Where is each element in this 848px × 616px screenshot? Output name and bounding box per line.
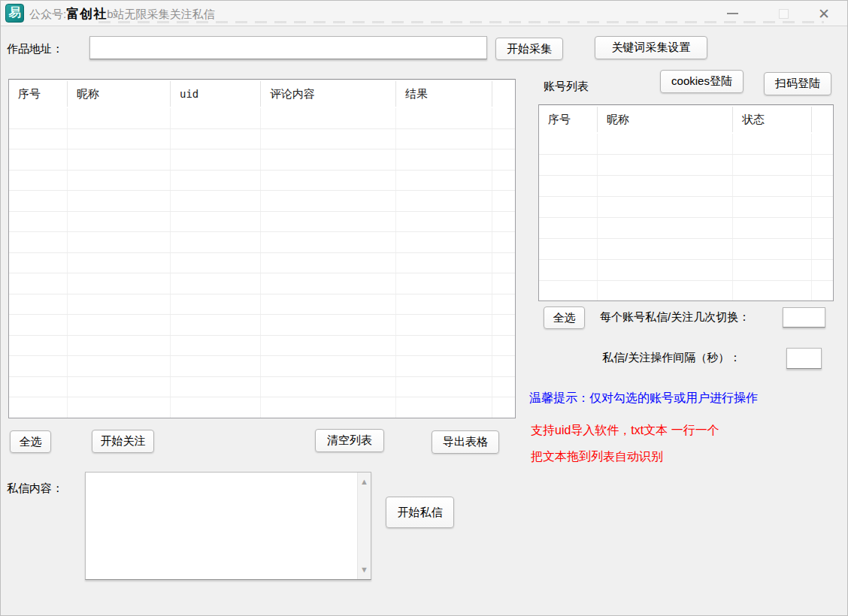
close-icon: ✕ xyxy=(818,5,830,23)
title-brand: 富创社 xyxy=(66,7,107,21)
comments-table-header: 序号 昵称 uid 评论内容 结果 xyxy=(9,80,515,108)
work-url-label: 作品地址： xyxy=(7,42,63,56)
table-row xyxy=(9,212,515,233)
table-row xyxy=(539,176,833,197)
accounts-table[interactable]: 序号 昵称 状态 xyxy=(538,104,834,301)
col-header-extra xyxy=(492,81,515,107)
table-row xyxy=(539,260,833,281)
dm-content-box: ▲ ▼ xyxy=(85,472,371,580)
table-row xyxy=(9,191,515,212)
scroll-up-icon[interactable]: ▲ xyxy=(358,478,371,486)
col-header-result[interactable]: 结果 xyxy=(396,81,492,107)
start-follow-button[interactable]: 开始关注 xyxy=(92,430,154,453)
col-header-account-status[interactable]: 状态 xyxy=(733,107,812,132)
start-dm-button[interactable]: 开始私信 xyxy=(386,497,454,528)
minimize-button[interactable] xyxy=(715,1,750,26)
switch-count-label: 每个账号私信/关注几次切换： xyxy=(600,310,750,325)
table-row xyxy=(539,197,833,218)
tip-blue: 温馨提示：仅对勾选的账号或用户进行操作 xyxy=(529,391,758,406)
app-icon: 易 xyxy=(5,4,24,23)
app-window: 易 公众号:富创社b站无限采集关注私信 ✕ 作品地址： 开始采集 关键词采集设置… xyxy=(0,0,848,616)
dm-content-textarea[interactable] xyxy=(86,473,357,579)
export-table-button[interactable]: 导出表格 xyxy=(432,430,499,454)
switch-count-input[interactable] xyxy=(783,307,825,328)
table-row xyxy=(9,108,515,129)
keyword-collect-settings-button[interactable]: 关键词采集设置 xyxy=(595,36,707,59)
table-row xyxy=(9,149,515,171)
interval-input[interactable] xyxy=(786,348,822,369)
tip-red-line1: 支持uid导入软件，txt文本 一行一个 xyxy=(531,423,719,439)
table-row xyxy=(9,356,515,377)
table-row xyxy=(539,239,833,260)
comments-table-body xyxy=(9,108,515,418)
table-row xyxy=(9,171,515,192)
col-header-index[interactable]: 序号 xyxy=(9,81,68,107)
table-row xyxy=(539,134,833,155)
table-row xyxy=(9,397,515,418)
table-row xyxy=(9,315,515,336)
cookies-login-button[interactable]: cookies登陆 xyxy=(660,70,744,93)
scroll-down-icon[interactable]: ▼ xyxy=(358,566,371,574)
dm-scrollbar[interactable]: ▲ ▼ xyxy=(357,473,371,579)
table-row xyxy=(9,294,515,316)
col-header-comment[interactable]: 评论内容 xyxy=(261,81,396,107)
clear-list-button[interactable]: 清空列表 xyxy=(315,429,384,452)
comments-table[interactable]: 序号 昵称 uid 评论内容 结果 xyxy=(8,79,516,418)
col-header-account-index[interactable]: 序号 xyxy=(539,107,598,132)
title-prefix: 公众号: xyxy=(29,8,66,20)
accounts-table-body xyxy=(539,134,833,300)
table-row xyxy=(9,129,515,150)
accounts-table-header: 序号 昵称 状态 xyxy=(539,105,833,134)
col-header-nickname[interactable]: 昵称 xyxy=(68,81,171,107)
table-row xyxy=(539,218,833,239)
table-row xyxy=(539,281,833,301)
account-list-label: 账号列表 xyxy=(544,80,589,94)
table-row xyxy=(9,232,515,253)
table-row xyxy=(9,377,515,398)
close-button[interactable]: ✕ xyxy=(807,1,841,26)
minimize-icon xyxy=(727,13,738,14)
table-row xyxy=(9,253,515,274)
col-header-uid[interactable]: uid xyxy=(171,81,261,107)
dm-content-label: 私信内容： xyxy=(7,482,63,496)
qr-login-button[interactable]: 扫码登陆 xyxy=(764,72,831,95)
start-collect-button[interactable]: 开始采集 xyxy=(495,38,563,60)
title-suffix: b站无限采集关注私信 xyxy=(107,8,214,20)
table-row xyxy=(539,155,833,176)
interval-label: 私信/关注操作间隔（秒）： xyxy=(602,351,740,365)
title-bar: 易 公众号:富创社b站无限采集关注私信 ✕ xyxy=(1,1,847,26)
maximize-button[interactable] xyxy=(766,1,801,26)
table-row xyxy=(9,273,515,294)
table-row xyxy=(9,336,515,357)
select-all-comments-button[interactable]: 全选 xyxy=(10,430,51,453)
select-all-accounts-button[interactable]: 全选 xyxy=(544,306,585,329)
col-header-account-extra xyxy=(812,107,833,132)
window-title: 公众号:富创社b站无限采集关注私信 xyxy=(29,5,215,23)
col-header-account-nickname[interactable]: 昵称 xyxy=(598,107,733,132)
maximize-icon xyxy=(779,9,789,19)
work-url-input[interactable] xyxy=(89,36,487,59)
tip-red-line2: 把文本拖到列表自动识别 xyxy=(531,449,663,465)
